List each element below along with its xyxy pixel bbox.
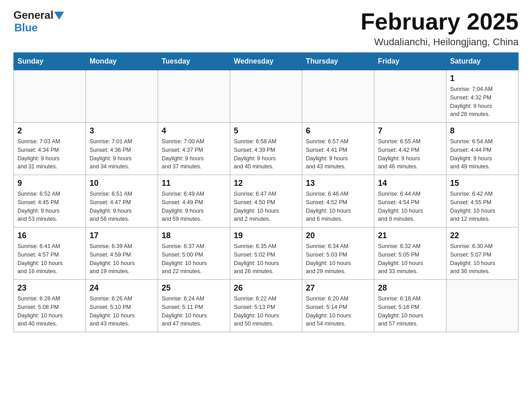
day-number: 5 <box>234 126 298 136</box>
calendar-cell: 24Sunrise: 6:26 AMSunset: 5:10 PMDayligh… <box>86 280 158 332</box>
calendar-cell <box>374 70 446 123</box>
calendar-cell: 4Sunrise: 7:00 AMSunset: 4:37 PMDaylight… <box>158 123 230 175</box>
day-number: 28 <box>378 283 442 293</box>
calendar-cell: 10Sunrise: 6:51 AMSunset: 4:47 PMDayligh… <box>86 175 158 227</box>
calendar-cell: 11Sunrise: 6:49 AMSunset: 4:49 PMDayligh… <box>158 175 230 227</box>
day-info: Sunrise: 6:42 AMSunset: 4:55 PMDaylight:… <box>450 190 515 223</box>
logo: General Blue <box>13 9 64 34</box>
day-info: Sunrise: 6:32 AMSunset: 5:05 PMDaylight:… <box>378 242 442 276</box>
calendar-cell <box>86 70 158 123</box>
calendar-cell <box>302 70 374 123</box>
calendar-cell <box>230 70 302 123</box>
day-number: 17 <box>90 231 154 240</box>
day-number: 10 <box>90 179 154 188</box>
day-info: Sunrise: 6:20 AMSunset: 5:14 PMDaylight:… <box>306 295 370 328</box>
day-number: 16 <box>17 231 82 240</box>
day-number: 24 <box>90 283 154 293</box>
calendar-title: February 2025 <box>360 9 519 34</box>
calendar-cell: 6Sunrise: 6:57 AMSunset: 4:41 PMDaylight… <box>302 123 374 175</box>
day-info: Sunrise: 6:26 AMSunset: 5:10 PMDaylight:… <box>90 295 154 328</box>
header-thursday: Thursday <box>302 53 374 70</box>
day-info: Sunrise: 6:58 AMSunset: 4:39 PMDaylight:… <box>234 137 298 171</box>
day-info: Sunrise: 7:00 AMSunset: 4:37 PMDaylight:… <box>162 137 226 171</box>
day-number: 23 <box>17 283 82 293</box>
calendar-week-3: 9Sunrise: 6:52 AMSunset: 4:45 PMDaylight… <box>14 175 519 227</box>
day-info: Sunrise: 6:54 AMSunset: 4:44 PMDaylight:… <box>450 137 515 171</box>
day-info: Sunrise: 6:51 AMSunset: 4:47 PMDaylight:… <box>90 190 154 223</box>
calendar-cell: 8Sunrise: 6:54 AMSunset: 4:44 PMDaylight… <box>446 123 519 175</box>
day-number: 1 <box>450 74 515 83</box>
day-number: 11 <box>162 179 226 188</box>
day-number: 8 <box>450 126 515 136</box>
title-block: February 2025 Wudalianchi, Heilongjiang,… <box>360 9 519 48</box>
day-info: Sunrise: 6:22 AMSunset: 5:13 PMDaylight:… <box>234 295 298 328</box>
calendar-week-2: 2Sunrise: 7:03 AMSunset: 4:34 PMDaylight… <box>14 123 519 175</box>
day-info: Sunrise: 7:03 AMSunset: 4:34 PMDaylight:… <box>17 137 82 171</box>
day-info: Sunrise: 6:34 AMSunset: 5:03 PMDaylight:… <box>306 242 370 276</box>
page-header: General Blue February 2025 Wudalianchi, … <box>13 9 519 48</box>
day-number: 3 <box>90 126 154 136</box>
day-info: Sunrise: 6:46 AMSunset: 4:52 PMDaylight:… <box>306 190 370 223</box>
day-info: Sunrise: 6:18 AMSunset: 5:16 PMDaylight:… <box>378 295 442 328</box>
header-tuesday: Tuesday <box>158 53 230 70</box>
calendar-table: Sunday Monday Tuesday Wednesday Thursday… <box>13 52 519 332</box>
day-info: Sunrise: 6:30 AMSunset: 5:07 PMDaylight:… <box>450 242 515 276</box>
day-number: 4 <box>162 126 226 136</box>
day-number: 2 <box>17 126 82 136</box>
calendar-cell: 20Sunrise: 6:34 AMSunset: 5:03 PMDayligh… <box>302 227 374 280</box>
day-info: Sunrise: 6:35 AMSunset: 5:02 PMDaylight:… <box>234 242 298 276</box>
calendar-cell: 16Sunrise: 6:41 AMSunset: 4:57 PMDayligh… <box>14 227 86 280</box>
day-number: 25 <box>162 283 226 293</box>
day-info: Sunrise: 6:28 AMSunset: 5:08 PMDaylight:… <box>17 295 82 328</box>
calendar-cell: 28Sunrise: 6:18 AMSunset: 5:16 PMDayligh… <box>374 280 446 332</box>
day-info: Sunrise: 7:01 AMSunset: 4:36 PMDaylight:… <box>90 137 154 171</box>
day-number: 12 <box>234 179 298 188</box>
calendar-cell <box>158 70 230 123</box>
header-sunday: Sunday <box>14 53 86 70</box>
calendar-cell: 23Sunrise: 6:28 AMSunset: 5:08 PMDayligh… <box>14 280 86 332</box>
calendar-cell: 13Sunrise: 6:46 AMSunset: 4:52 PMDayligh… <box>302 175 374 227</box>
calendar-cell: 2Sunrise: 7:03 AMSunset: 4:34 PMDaylight… <box>14 123 86 175</box>
header-saturday: Saturday <box>446 53 519 70</box>
calendar-cell: 19Sunrise: 6:35 AMSunset: 5:02 PMDayligh… <box>230 227 302 280</box>
day-info: Sunrise: 6:57 AMSunset: 4:41 PMDaylight:… <box>306 137 370 171</box>
svg-marker-0 <box>54 12 64 20</box>
calendar-cell: 5Sunrise: 6:58 AMSunset: 4:39 PMDaylight… <box>230 123 302 175</box>
calendar-cell: 21Sunrise: 6:32 AMSunset: 5:05 PMDayligh… <box>374 227 446 280</box>
calendar-cell: 1Sunrise: 7:04 AMSunset: 4:32 PMDaylight… <box>446 70 519 123</box>
day-number: 27 <box>306 283 370 293</box>
calendar-week-4: 16Sunrise: 6:41 AMSunset: 4:57 PMDayligh… <box>14 227 519 280</box>
day-number: 9 <box>17 179 82 188</box>
day-number: 21 <box>378 231 442 240</box>
header-wednesday: Wednesday <box>230 53 302 70</box>
calendar-week-1: 1Sunrise: 7:04 AMSunset: 4:32 PMDaylight… <box>14 70 519 123</box>
calendar-cell <box>14 70 86 123</box>
day-number: 20 <box>306 231 370 240</box>
logo-general-text: General <box>13 9 53 21</box>
day-info: Sunrise: 6:52 AMSunset: 4:45 PMDaylight:… <box>17 190 82 223</box>
header-monday: Monday <box>86 53 158 70</box>
day-info: Sunrise: 6:47 AMSunset: 4:50 PMDaylight:… <box>234 190 298 223</box>
calendar-subtitle: Wudalianchi, Heilongjiang, China <box>360 36 519 48</box>
day-number: 7 <box>378 126 442 136</box>
calendar-cell: 3Sunrise: 7:01 AMSunset: 4:36 PMDaylight… <box>86 123 158 175</box>
calendar-cell: 25Sunrise: 6:24 AMSunset: 5:11 PMDayligh… <box>158 280 230 332</box>
header-row: Sunday Monday Tuesday Wednesday Thursday… <box>14 53 519 70</box>
calendar-cell: 26Sunrise: 6:22 AMSunset: 5:13 PMDayligh… <box>230 280 302 332</box>
day-number: 6 <box>306 126 370 136</box>
calendar-cell: 12Sunrise: 6:47 AMSunset: 4:50 PMDayligh… <box>230 175 302 227</box>
day-info: Sunrise: 6:39 AMSunset: 4:59 PMDaylight:… <box>90 242 154 276</box>
day-info: Sunrise: 6:55 AMSunset: 4:42 PMDaylight:… <box>378 137 442 171</box>
day-number: 18 <box>162 231 226 240</box>
day-number: 19 <box>234 231 298 240</box>
day-info: Sunrise: 6:24 AMSunset: 5:11 PMDaylight:… <box>162 295 226 328</box>
calendar-cell: 9Sunrise: 6:52 AMSunset: 4:45 PMDaylight… <box>14 175 86 227</box>
calendar-cell: 15Sunrise: 6:42 AMSunset: 4:55 PMDayligh… <box>446 175 519 227</box>
day-number: 14 <box>378 179 442 188</box>
day-number: 13 <box>306 179 370 188</box>
calendar-cell: 18Sunrise: 6:37 AMSunset: 5:00 PMDayligh… <box>158 227 230 280</box>
calendar-header: Sunday Monday Tuesday Wednesday Thursday… <box>14 53 519 70</box>
calendar-cell: 27Sunrise: 6:20 AMSunset: 5:14 PMDayligh… <box>302 280 374 332</box>
day-number: 15 <box>450 179 515 188</box>
day-number: 26 <box>234 283 298 293</box>
